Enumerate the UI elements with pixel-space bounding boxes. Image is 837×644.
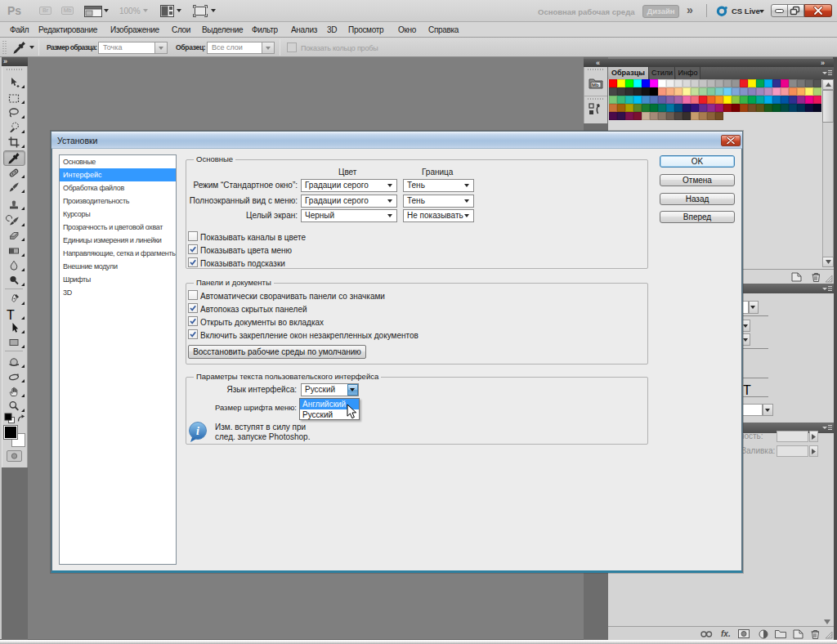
svg-text:i: i	[196, 425, 199, 437]
svg-text:Mb: Mb	[592, 83, 599, 87]
